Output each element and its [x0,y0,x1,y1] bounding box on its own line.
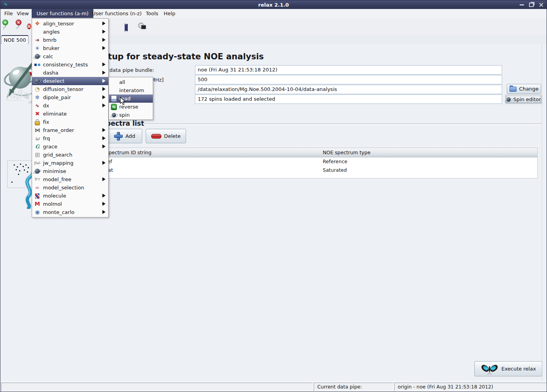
submenu-arrow-icon [102,161,105,165]
minimize-button[interactable] [518,2,525,8]
deselect-submenu: all interatom read ⇆reverse spin [109,77,153,120]
restore-button[interactable] [528,2,534,8]
page-title: Setup for steady-state NOE analysis [97,52,264,61]
spectra-table: Spectrum ID string NOE spectrum type ref… [103,148,538,178]
menu-item-monte-carlo[interactable]: ◉monte_carlo [32,208,108,216]
menu-user-functions-a-m[interactable]: User functions (a-m) [32,9,93,18]
menu-item-dx[interactable]: ∿dx [32,102,108,110]
pipe-bundle-field[interactable]: noe (Fri Aug 31 21:53:18 2012) [195,65,502,75]
deselect-spin-icon [35,78,40,84]
spectra-table-header[interactable]: Spectrum ID string NOE spectrum type [103,148,537,157]
controller-button[interactable] [125,24,125,31]
monte-carlo-icon: ◉ [34,209,41,216]
bmrb-icon: ➔ [34,37,41,43]
menu-item-minimise[interactable]: minimise [32,167,108,175]
molecule-icon [35,193,39,199]
tab-noe-500[interactable]: NOE 500 [1,35,29,45]
submenu-item-all[interactable]: all [109,78,153,86]
dipole-pair-icon: ✼ [34,94,41,101]
menu-user-functions-n-z[interactable]: User functions (n-z) [89,9,144,18]
titlebar: ∿ relax 2.1.0 × [0,0,547,9]
align-tensor-icon: ❖ [34,20,41,27]
panel-right-edge [542,44,542,381]
consistency-tests-icon [34,64,37,66]
menu-item-bmrb[interactable]: ➔bmrb [32,36,108,44]
submenu-arrow-icon [102,202,105,206]
table-row[interactable]: ref Reference [103,157,537,166]
add-spectrum-button[interactable]: Add [107,129,142,143]
spin-editor-button[interactable]: Spin editor [505,94,542,104]
menu-item-dasha[interactable]: dasha [32,69,108,77]
menu-item-diffusion-tensor[interactable]: ◔diffusion_tensor [32,85,108,93]
menu-item-consistency-tests[interactable]: consistency_tests [32,61,108,69]
menu-item-bruker[interactable]: ✳bruker [32,44,108,52]
prompt-button[interactable]: ⚙ [137,21,145,30]
menu-item-fix[interactable]: fix [32,118,108,126]
close-analysis-button[interactable]: × [18,22,19,29]
submenu-arrow-icon [102,62,105,66]
model-selection-icon: ≈ [34,184,41,191]
spin-editor-label: Spin editor [513,96,541,102]
pipe-bundle-label: data pipe bundle: [109,67,154,73]
menu-item-deselect[interactable]: deselect [32,77,108,85]
submenu-item-reverse[interactable]: ⇆reverse [109,103,153,111]
menu-tools[interactable]: Tools [143,9,161,18]
execute-relax-button[interactable]: Execute relax [474,361,542,376]
menu-item-angles[interactable]: angles [32,28,108,36]
spin-sphere-icon [112,113,116,117]
section-divider [143,123,542,125]
menu-item-align-tensor[interactable]: ❖align_tensor [32,20,108,28]
butterfly-icon [481,363,499,375]
close-button[interactable]: × [538,2,544,8]
change-dir-button[interactable]: Change [507,84,541,94]
menu-item-model-free[interactable]: S²τmodel_free [32,175,108,184]
user-functions-menu: ❖align_tensor angles ➔bmrb ✳bruker calc … [32,18,109,217]
menu-item-dipole-pair[interactable]: ✼dipole_pair [32,93,108,102]
eliminate-x-icon: ✖ [34,110,41,117]
menu-item-grid-search[interactable]: ⊞grid_search [32,151,108,159]
submenu-item-spin[interactable]: spin [109,111,153,119]
menu-item-frq[interactable]: ωfrq [32,134,108,143]
menu-item-calc[interactable]: calc [32,52,108,61]
submenu-arrow-icon [102,87,105,91]
submenu-arrow-icon [102,38,105,42]
new-analysis-button[interactable]: + [5,22,6,29]
submenu-item-read[interactable]: read [109,94,153,103]
menu-item-model-selection[interactable]: ≈model_selection [32,184,108,192]
results-dir-field[interactable]: /data/relaxation/Mg.Noe.500.2004-10-04/d… [195,85,502,94]
menu-file[interactable]: File [2,9,15,18]
submenu-arrow-icon [102,210,105,214]
menu-help[interactable]: Help [161,9,178,18]
menu-item-eliminate[interactable]: ✖eliminate [32,110,108,118]
bruker-icon: ✳ [34,45,41,52]
grace-icon: G [34,143,41,150]
delete-spectrum-button[interactable]: Delete [146,129,186,143]
table-row[interactable]: sat Saturated [103,166,537,174]
mouse-cursor [120,97,126,105]
close-all-icon: × [27,23,31,29]
read-document-icon [111,95,117,102]
spins-status-field[interactable]: 172 spins loaded and selected [195,94,502,104]
submenu-arrow-icon [102,194,105,198]
frequency-field[interactable]: 500 [195,75,502,84]
column-noe-type[interactable]: NOE spectrum type [323,150,370,155]
menu-item-molmol[interactable]: Mmolmol [32,200,108,208]
submenu-arrow-icon [102,46,105,50]
folder-icon [509,87,517,92]
dx-icon: ∿ [34,102,41,109]
column-spectrum-id[interactable]: Spectrum ID string [105,150,152,155]
menubar: File View User functions (a-m) User func… [0,9,547,19]
minimise-sphere-icon [35,169,40,174]
submenu-item-interatom[interactable]: interatom [109,86,153,94]
submenu-arrow-icon [102,95,105,99]
menu-view[interactable]: View [14,9,31,18]
menu-item-molecule[interactable]: molecule [32,192,108,200]
close-all-button[interactable]: × [27,21,31,32]
menu-item-jw-mapping[interactable]: J(ω)jw_mapping [32,159,108,167]
current-pipe-label-cell: Current data pipe: [314,383,393,391]
menu-item-grace[interactable]: Ggrace [32,143,108,151]
frame-order-icon: ⋈ [34,127,41,134]
menu-item-frame-order[interactable]: ⋈frame_order [32,126,108,134]
submenu-arrow-icon [102,71,105,75]
molmol-icon: M [34,201,41,207]
